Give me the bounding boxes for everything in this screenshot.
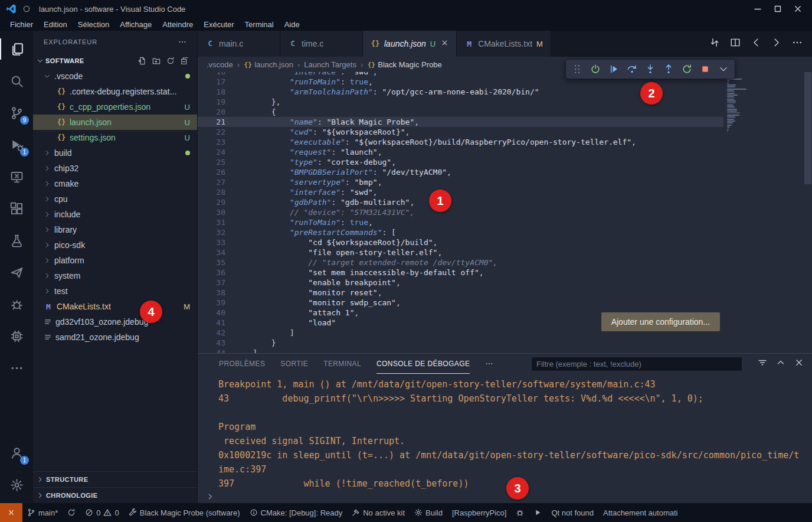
breadcrumb-item-vscode[interactable]: .vscode [207,60,233,69]
status-problems[interactable]: 00 [80,503,123,522]
status-cmake-launch[interactable] [529,503,546,522]
debug-console-input-field[interactable] [218,492,804,501]
debug-console-input[interactable] [198,490,812,503]
console-filter-input[interactable] [536,360,737,368]
menu-executer[interactable]: Exécuter [198,19,239,30]
collapse-all-icon[interactable] [181,57,189,65]
menu-affichage[interactable]: Affichage [114,19,157,30]
section-software[interactable]: SOFTWARE [33,53,197,68]
menu-edition[interactable]: Edition [38,19,73,30]
status-remote[interactable] [0,503,22,522]
navigate-forward-button[interactable] [771,37,782,50]
panel-tab-terminal[interactable]: TERMINAL [323,354,361,374]
status-sync-changes[interactable] [63,503,80,522]
maximize-panel-button[interactable] [776,358,785,370]
activity-additional-views[interactable] [0,352,33,384]
tree-item-vscode[interactable]: .vscode [33,68,197,84]
activity-source-control[interactable]: 9 [0,97,33,129]
compare-changes-button[interactable] [709,37,720,50]
status-git-branch[interactable]: main* [22,503,63,522]
activity-testing[interactable] [0,224,33,256]
breadcrumb-item-launch-json[interactable]: {}launch.json [244,60,293,69]
tree-item-platform[interactable]: platform [33,253,197,268]
minimap[interactable] [727,74,751,132]
status-qt-status[interactable]: Qt not found [546,503,598,522]
tree-item-chip32[interactable]: chip32 [33,161,197,176]
pause-button[interactable] [588,62,603,76]
status-cmake-build[interactable]: Build [410,503,447,522]
tree-item-library[interactable]: library [33,222,197,237]
panel-tab-console-de-debogage[interactable]: CONSOLE DE DÉBOGAGE [376,354,470,374]
activity-extensions[interactable] [0,193,33,224]
tree-item-c-cpp-properties-json[interactable]: {}c_cpp_properties.jsonU [33,99,197,115]
new-file-icon[interactable] [138,57,146,65]
activity-live-share[interactable] [0,256,33,288]
breadcrumb-item-black-magic-probe[interactable]: {}Black Magic Probe [367,60,441,69]
tree-item-pico-sdk[interactable]: pico-sdk [33,237,197,253]
step-into-button[interactable] [643,62,657,76]
tree-item-cmake[interactable]: cmake [33,176,197,191]
restart-button[interactable] [680,62,694,76]
step-out-button[interactable] [662,62,676,76]
close-panel-button[interactable] [794,358,804,370]
status-debug-configuration[interactable]: Black Magic Probe (software) [124,503,245,522]
menu-terminal[interactable]: Terminal [240,19,279,30]
panel-tab-sortie[interactable]: SORTIE [280,354,308,374]
continue-button[interactable] [607,62,621,76]
navigate-back-button[interactable] [751,37,761,50]
code-editor[interactable]: 16 "interface": "swd",17 "runToMain": tr… [198,72,723,353]
explorer-more-icon[interactable] [178,38,186,46]
editor-area[interactable]: 16 "interface": "swd",17 "runToMain": tr… [198,72,812,353]
activity-manage[interactable] [0,469,33,501]
tree-item-test[interactable]: test [33,283,197,299]
tree-item-gd32vf103-ozone-jdebug[interactable]: gd32vf103_ozone.jdebug [33,314,197,329]
tab-cmakelists-txt[interactable]: MCMakeLists.txtM [457,31,551,57]
tree-item-cmakelists-txt[interactable]: MCMakeLists.txtM [33,299,197,314]
menu-atteindre[interactable]: Atteindre [157,19,198,30]
menu-selection[interactable]: Sélection [73,19,114,30]
tree-item-cpu[interactable]: cpu [33,191,197,207]
tab-main-c[interactable]: Cmain.c [198,31,280,57]
drag-handle-button[interactable] [570,62,584,76]
activity-cortex-debug[interactable] [0,288,33,320]
split-editor-button[interactable] [730,37,741,50]
tree-item-samd21-ozone-jdebug[interactable]: samd21_ozone.jdebug [33,329,197,345]
tab-close-button[interactable] [441,39,448,48]
activity-accounts[interactable]: 1 [0,437,33,469]
close-button[interactable] [790,2,806,16]
maximize-button[interactable] [770,2,786,16]
breadcrumb-item-launch-targets[interactable]: Launch Targets [304,60,356,69]
step-over-button[interactable] [625,62,639,76]
section-structure[interactable]: STRUCTURE [33,471,197,487]
stop-button[interactable] [698,62,712,76]
tree-item-cortex-debug-registers-stat[interactable]: {}.cortex-debug.registers.stat... [33,84,197,99]
tree-item-launch-json[interactable]: {}launch.jsonU [33,115,197,130]
minimize-button[interactable] [749,2,766,16]
add-configuration-button[interactable]: Ajouter une configuration... [601,312,720,331]
scrollbar-thumb[interactable] [804,72,811,184]
panel-more-icon[interactable] [485,360,493,368]
menu-aide[interactable]: Aide [279,19,305,30]
activity-run-and-debug[interactable]: 1 [0,129,33,161]
activity-remote-explorer[interactable] [0,161,33,193]
status-cmake-target[interactable]: [RaspberryPico] [447,503,511,522]
status-cmake-status[interactable]: CMake: [Debug]: Ready [245,503,348,522]
stop-options-button[interactable] [716,62,731,76]
section-chronologie[interactable]: CHRONOLOGIE [33,487,197,503]
tree-item-build[interactable]: build [33,145,197,161]
sync-icon[interactable] [166,57,175,65]
new-folder-icon[interactable] [152,57,161,65]
panel-tab-problemes[interactable]: PROBLÈMES [219,354,265,374]
more-actions-button[interactable] [792,37,803,50]
status-cmake-kit[interactable]: No active kit [347,503,410,522]
status-auto-attach[interactable]: Attachement automati [598,503,682,522]
activity-explorer[interactable] [0,33,33,65]
output-options-button[interactable] [758,358,767,370]
menu-fichier[interactable]: Fichier [5,19,38,30]
editor-scrollbar[interactable] [804,72,812,353]
tree-item-system[interactable]: system [33,268,197,283]
activity-memory-view[interactable] [0,320,33,352]
tree-item-settings-json[interactable]: {}settings.jsonU [33,130,197,145]
activity-search[interactable] [0,65,33,97]
status-cmake-debug[interactable] [511,503,529,522]
